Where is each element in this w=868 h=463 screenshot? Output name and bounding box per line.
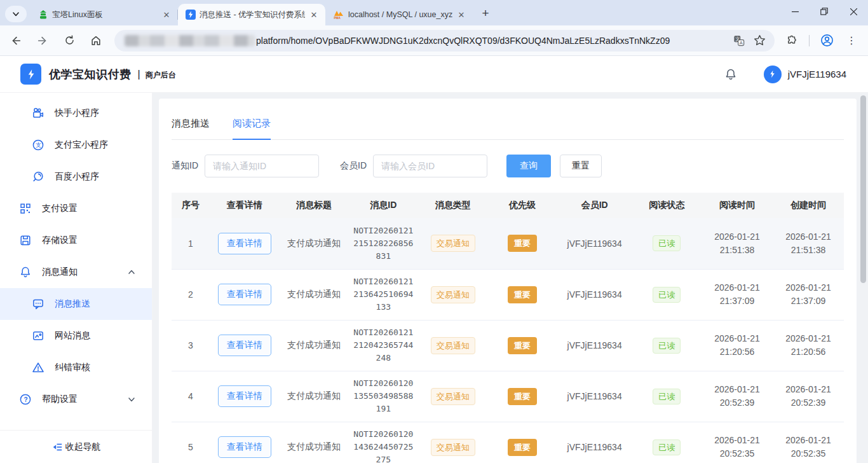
chat-bubble-icon — [32, 298, 44, 310]
back-button[interactable] — [5, 30, 27, 52]
qrcode-icon — [19, 202, 32, 215]
extensions-puzzle-icon[interactable] — [781, 30, 803, 52]
column-header: 序号 — [172, 193, 210, 218]
forward-button[interactable] — [32, 30, 53, 52]
view-detail-button[interactable]: 查看详情 — [218, 233, 271, 254]
tab-search-button[interactable] — [5, 6, 27, 22]
filter-bar: 通知ID 会员ID 查询 重置 — [172, 155, 844, 177]
home-button[interactable] — [85, 30, 107, 52]
chevron-up-icon — [128, 268, 135, 276]
window-controls — [780, 0, 868, 25]
read-status-tag: 已读 — [653, 439, 681, 455]
message-title: 支付成功通知 — [279, 422, 348, 463]
lightning-icon — [186, 10, 196, 20]
tab-reading-records[interactable]: 阅读记录 — [233, 118, 271, 140]
notice-id-input[interactable] — [205, 155, 319, 177]
toolbar-divider — [809, 35, 810, 46]
message-id: NOTI20260121 215128226856 831 — [351, 225, 416, 263]
search-button[interactable]: 查询 — [506, 155, 551, 177]
image-message-icon — [32, 329, 44, 342]
column-header: 阅读状态 — [632, 193, 702, 218]
priority-tag: 重要 — [508, 439, 537, 456]
collapse-nav-button[interactable]: 收起导航 — [0, 430, 152, 463]
sidebar-item-label: 支付设置 — [42, 203, 78, 214]
tab-close-button[interactable]: ✕ — [161, 10, 172, 20]
message-title: 支付成功通知 — [279, 218, 348, 269]
sidebar-item-label: 纠错审核 — [55, 362, 90, 373]
table-row: 3 查看详情 支付成功通知 NOTI20260121 212042365744 … — [172, 320, 844, 371]
window-minimize-button[interactable] — [780, 0, 810, 23]
read-time: 2026-01-21 21:37:09 — [704, 281, 770, 308]
notification-bell-icon[interactable] — [724, 68, 737, 81]
create-time: 2026-01-21 21:51:38 — [775, 230, 841, 257]
sidebar-item-website-message[interactable]: 网站消息 — [0, 320, 152, 352]
chevron-down-icon — [128, 396, 135, 403]
sidebar-item-kuaishou-miniprogram[interactable]: 快手小程序 — [0, 97, 152, 129]
sidebar-item-baidu-miniprogram[interactable]: 百度小程序 — [0, 161, 152, 193]
sidebar-item-storage-settings[interactable]: 存储设置 — [0, 225, 152, 256]
priority-tag: 重要 — [508, 235, 537, 252]
translate-icon[interactable]: 文A — [733, 35, 745, 46]
baota-icon — [38, 10, 48, 20]
browser-tab-phpmyadmin[interactable]: PMA localhost / MySQL / uxue_xyz ✕ — [325, 4, 473, 25]
lightning-icon — [768, 69, 777, 79]
tab-message-push[interactable]: 消息推送 — [172, 118, 210, 139]
page-scrollbar[interactable] — [860, 95, 866, 283]
create-time: 2026-01-21 21:37:09 — [775, 281, 841, 308]
video-camera-icon — [32, 107, 44, 120]
window-close-button[interactable] — [839, 0, 868, 23]
column-header: 会员ID — [557, 193, 632, 218]
url-bar[interactable]: platform/home/OVpBaDFKWWJDNG1uK2dxcnQvQl… — [114, 30, 775, 52]
sidebar-item-error-review[interactable]: 纠错审核 — [0, 352, 152, 384]
alipay-icon: 支 — [32, 139, 44, 151]
table-header-row: 序号 查看详情 消息标题 消息ID 消息类型 优先级 会员ID 阅读状态 阅读时… — [172, 193, 844, 218]
sidebar-item-message-push[interactable]: 消息推送 — [0, 288, 152, 320]
browser-tab-message-push[interactable]: 消息推送 - 优学宝知识付费系统 ✕ — [178, 4, 325, 25]
read-status-tag: 已读 — [653, 235, 681, 251]
username: jVFJjE119634 — [788, 69, 846, 79]
row-index: 2 — [172, 269, 210, 320]
column-header: 消息标题 — [279, 193, 348, 218]
reload-button[interactable] — [58, 30, 80, 52]
window-restore-button[interactable] — [810, 0, 839, 23]
read-status-tag: 已读 — [653, 338, 681, 354]
sidebar-item-label: 存储设置 — [42, 235, 78, 246]
sidebar-item-label: 快手小程序 — [55, 107, 99, 119]
member-id: jVFJjE119634 — [557, 218, 632, 269]
storage-icon — [19, 234, 32, 247]
message-type-tag: 交易通知 — [431, 439, 475, 456]
url-redacted-domain — [125, 35, 255, 46]
tab-close-button[interactable]: ✕ — [456, 10, 466, 20]
browser-toolbar: platform/home/OVpBaDFKWWJDNG1uK2dxcnQvQl… — [0, 25, 868, 56]
browser-menu-icon[interactable]: ⋮ — [840, 34, 863, 46]
row-index: 1 — [172, 218, 210, 269]
sidebar-item-payment-settings[interactable]: 支付设置 — [0, 193, 152, 225]
message-type-tag: 交易通知 — [431, 388, 475, 405]
new-tab-button[interactable]: + — [477, 4, 494, 22]
view-detail-button[interactable]: 查看详情 — [218, 335, 271, 356]
tab-close-button[interactable]: ✕ — [309, 10, 319, 20]
view-detail-button[interactable]: 查看详情 — [218, 385, 271, 407]
sidebar-item-help-settings[interactable]: ? 帮助设置 — [0, 384, 152, 415]
message-type-tag: 交易通知 — [431, 286, 475, 303]
user-avatar[interactable] — [764, 66, 782, 83]
read-status-tag: 已读 — [653, 389, 681, 404]
question-circle-icon: ? — [19, 393, 32, 406]
bookmark-star-icon[interactable] — [754, 34, 766, 46]
message-type-tag: 交易通知 — [431, 235, 475, 252]
message-type-tag: 交易通知 — [431, 337, 475, 354]
sidebar-item-label: 消息通知 — [42, 266, 78, 278]
lightning-icon — [25, 68, 37, 81]
view-detail-button[interactable]: 查看详情 — [218, 284, 271, 305]
sidebar-item-label: 帮助设置 — [42, 394, 78, 405]
message-title: 支付成功通知 — [279, 320, 348, 371]
profile-icon[interactable] — [816, 30, 837, 52]
view-detail-button[interactable]: 查看详情 — [218, 436, 271, 458]
app-subtitle: 商户后台 — [146, 70, 176, 81]
reset-button[interactable]: 重置 — [560, 155, 602, 177]
sidebar-item-alipay-miniprogram[interactable]: 支 支付宝小程序 — [0, 129, 152, 161]
column-header: 消息类型 — [418, 193, 487, 218]
member-id-input[interactable] — [373, 155, 487, 177]
sidebar-item-message-notification[interactable]: 消息通知 — [0, 256, 152, 288]
browser-tab-baota[interactable]: 宝塔Linux面板 ✕ — [31, 4, 178, 25]
